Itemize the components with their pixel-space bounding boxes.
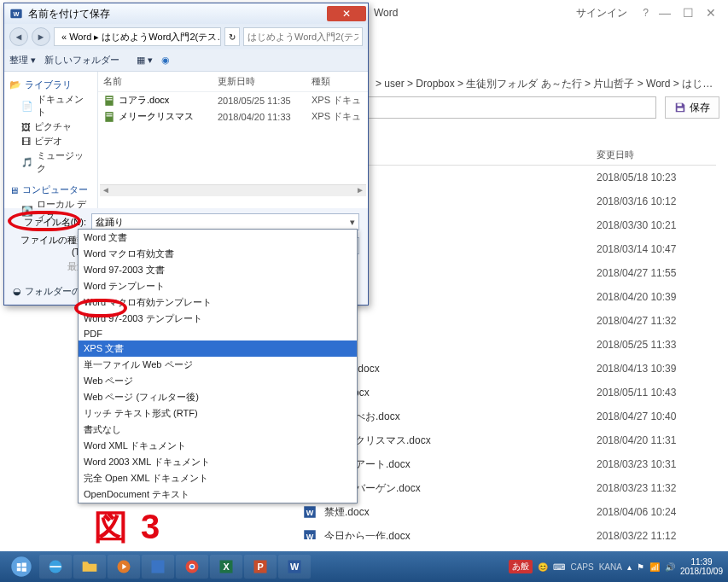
nav-fwd-button[interactable]: ► (32, 27, 50, 46)
svg-text:W: W (14, 10, 20, 18)
svg-rect-0 (678, 103, 682, 106)
filetype-option[interactable]: PDF (79, 327, 357, 340)
filetype-option[interactable]: Word XML ドキュメント (79, 438, 357, 454)
filetype-option[interactable]: Word 97-2003 文書 (79, 262, 357, 278)
kana-indicator: KANA (599, 562, 622, 572)
ime-pad-icon[interactable]: ⌨ (553, 562, 565, 572)
sidebar-documents[interactable]: 📄 ドキュメント (21, 93, 92, 119)
filetype-option[interactable]: Word 2003 XML ドキュメント (79, 454, 357, 470)
tray-network-icon[interactable]: 📶 (649, 562, 660, 572)
dialog-titlebar: W 名前を付けて保存 ✕ (4, 3, 368, 24)
ime-indicator[interactable]: あ般 (509, 560, 533, 573)
filetype-option[interactable]: Word マクロ有効文書 (79, 246, 357, 262)
caps-indicator: CAPS (570, 562, 593, 572)
refresh-button[interactable]: ↻ (224, 27, 240, 46)
tb-powerpoint[interactable]: P (244, 555, 277, 579)
taskbar: X P W あ般 😊 ⌨ CAPS KANA ▴ ⚑ 📶 🔊 11:39 201… (0, 551, 728, 582)
dialog-file-row[interactable]: コアラ.docx2018/05/25 11:35XPS ドキュ (98, 92, 368, 108)
svg-text:P: P (257, 562, 263, 572)
xps-icon (103, 111, 115, 123)
filetype-option[interactable]: OpenDocument テキスト (79, 486, 357, 503)
figure-label: 図 3 (94, 503, 161, 550)
recent-label: 最近 (13, 260, 86, 273)
new-folder-button[interactable]: 新しいフォルダー (44, 54, 119, 67)
word-doc-icon: W (302, 528, 317, 539)
filetype-option[interactable]: 書式なし (79, 422, 357, 438)
fh-type[interactable]: 種類 (312, 75, 363, 88)
maximize-button[interactable]: ☐ (683, 6, 694, 20)
minimize-button[interactable]: — (659, 6, 671, 20)
breadcrumb[interactable]: > user > Dropbox > 生徒別フォルダ あ～た行 > 片山哲子 >… (376, 77, 721, 91)
tb-word[interactable]: W (278, 555, 311, 579)
filetype-option[interactable]: 完全 Open XML ドキュメント (79, 470, 357, 486)
start-button[interactable] (5, 555, 38, 579)
svg-rect-38 (107, 99, 113, 100)
tb-ie[interactable] (39, 555, 72, 579)
annotation-circle-filetype-label (8, 211, 81, 231)
sidebar-pictures[interactable]: 🖼 ピクチャ (21, 120, 92, 133)
word-doc-icon: W (302, 504, 317, 520)
h-scrollbar[interactable] (100, 184, 366, 196)
svg-rect-36 (105, 96, 113, 106)
system-tray: あ般 😊 ⌨ CAPS KANA ▴ ⚑ 📶 🔊 11:39 2018/10/0… (509, 557, 723, 576)
ime-tool-icon[interactable]: 😊 (538, 562, 548, 572)
save-icon (674, 102, 686, 113)
list-item[interactable]: W今日から一作.docx2018/03/22 11:12 (282, 524, 716, 539)
dialog-file-row[interactable]: メリークリスマス2018/04/20 11:33XPS ドキュ (98, 108, 368, 125)
svg-point-42 (11, 556, 31, 576)
filename-field[interactable]: 盆踊り (91, 213, 359, 230)
svg-text:W: W (306, 533, 314, 539)
dialog-sidebar: 📂 ライブラリ 📄 ドキュメント 🖼 ピクチャ 🎞 ビデオ 🎵 ミュージック 🖥… (4, 72, 98, 208)
tray-volume-icon[interactable]: 🔊 (665, 562, 675, 572)
help-button[interactable]: ? (643, 7, 649, 19)
svg-rect-1 (678, 108, 684, 111)
svg-rect-40 (107, 113, 113, 113)
sidebar-computer[interactable]: 🖥 コンピューター (9, 183, 92, 196)
svg-rect-37 (107, 96, 113, 97)
dialog-close-button[interactable]: ✕ (327, 6, 366, 21)
fh-name[interactable]: 名前 (103, 75, 218, 88)
tray-chevron[interactable]: ▴ (627, 562, 632, 572)
filetype-option[interactable]: Web ページ (79, 373, 357, 389)
view-button[interactable]: ▦ ▾ (137, 55, 153, 66)
tb-app1[interactable] (142, 555, 174, 579)
sidebar-music[interactable]: 🎵 ミュージック (21, 149, 92, 175)
app-name: Word (374, 7, 398, 19)
filetype-option[interactable]: Web ページ (フィルター後) (79, 389, 357, 405)
help-icon[interactable]: ◉ (161, 55, 170, 66)
tb-chrome[interactable] (176, 555, 208, 579)
filetype-option[interactable]: XPS 文書 (79, 340, 357, 357)
list-item[interactable]: W禁煙.docx2018/04/06 10:24 (282, 500, 716, 524)
svg-rect-41 (107, 115, 113, 116)
search-input[interactable] (243, 27, 363, 46)
signin-link[interactable]: サインイン (576, 6, 627, 20)
tray-flag-icon[interactable]: ⚑ (637, 562, 644, 572)
tb-media[interactable] (108, 555, 140, 579)
word-icon: W (9, 7, 23, 20)
filetype-option[interactable]: Word テンプレート (79, 278, 357, 294)
close-button[interactable]: ✕ (706, 6, 716, 20)
address-bar[interactable]: « Word ▸ はじめようWord入門2(テス… ▾ (54, 27, 221, 46)
save-button[interactable]: 保存 (665, 96, 719, 119)
tb-excel[interactable]: X (210, 555, 242, 579)
filetype-option[interactable]: Word 文書 (79, 230, 357, 246)
clock[interactable]: 11:39 2018/10/09 (680, 557, 723, 576)
tb-explorer[interactable] (73, 555, 106, 579)
svg-point-48 (190, 565, 194, 568)
filetype-dropdown: Word 文書Word マクロ有効文書Word 97-2003 文書Word テ… (78, 229, 358, 503)
filetype-option[interactable]: 単一ファイル Web ページ (79, 357, 357, 373)
col-date[interactable]: 変更日時 (597, 148, 716, 161)
organize-menu[interactable]: 整理 ▾ (9, 54, 36, 67)
dialog-title: 名前を付けて保存 (28, 7, 110, 21)
dialog-file-list: 名前 更新日時 種類 コアラ.docx2018/05/25 11:35XPS ド… (98, 72, 368, 208)
sidebar-videos[interactable]: 🎞 ビデオ (21, 135, 92, 148)
annotation-circle-xps (74, 299, 127, 317)
fh-date[interactable]: 更新日時 (218, 75, 312, 88)
filetype-label: ファイルの種類(T): (13, 234, 86, 257)
filetype-option[interactable]: リッチ テキスト形式 (RTF) (79, 405, 357, 422)
dialog-toolbar: 整理 ▾ 新しいフォルダー ▦ ▾ ◉ (4, 49, 368, 72)
dialog-nav: ◄ ► « Word ▸ はじめようWord入門2(テス… ▾ ↻ (4, 24, 368, 49)
nav-back-button[interactable]: ◄ (9, 27, 28, 46)
sidebar-library[interactable]: 📂 ライブラリ (9, 79, 92, 91)
svg-text:W: W (306, 509, 314, 517)
